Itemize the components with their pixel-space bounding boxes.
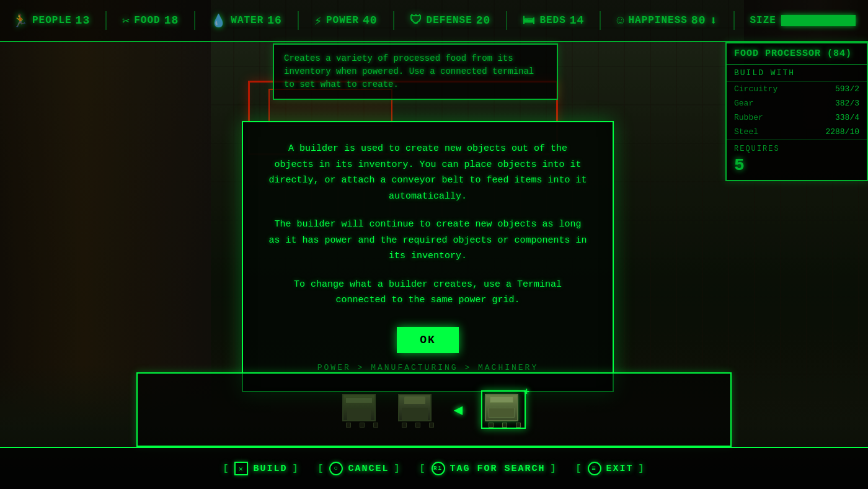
action-bar: ✕ BUILD ○ CANCEL R1 TAG FOR SEARCH ≡ EXI… [0, 447, 868, 489]
modal-breadcrumb: POWER > MANUFACTURING > MACHINERY [268, 363, 588, 372]
cancel-button[interactable]: ○ CANCEL [317, 462, 401, 475]
carousel-arrow: ◀ [454, 401, 463, 419]
modal-paragraph-2: The builder will continue to create new … [268, 217, 588, 264]
cancel-label: CANCEL [348, 464, 389, 474]
modal-paragraph-1: A builder is used to create new objects … [268, 141, 588, 204]
carousel-item-3-active[interactable]: + [481, 390, 526, 429]
exit-label: EXIT [606, 464, 634, 474]
build-label: BUILD [253, 464, 287, 474]
machine-icon-2 [398, 394, 435, 425]
carousel-item-1[interactable] [342, 394, 379, 425]
build-button[interactable]: ✕ BUILD [223, 462, 299, 475]
build-icon: ✕ [234, 462, 248, 475]
machine-icon-1 [342, 394, 379, 425]
carousel-item-2[interactable] [398, 394, 435, 425]
ok-button[interactable]: OK [397, 327, 459, 353]
info-modal: A builder is used to create new objects … [242, 121, 614, 392]
cancel-icon: ○ [329, 462, 343, 475]
cancel-icon-symbol: ○ [334, 465, 339, 472]
tag-for-search-button[interactable]: R1 TAG FOR SEARCH [419, 462, 557, 475]
exit-icon: ≡ [588, 462, 601, 475]
active-plus-icon: + [524, 387, 530, 398]
item-carousel: ◀ + [136, 372, 732, 447]
modal-content: A builder is used to create new objects … [268, 141, 588, 308]
build-icon-symbol: ✕ [239, 465, 244, 473]
machine-icon-3-active [485, 394, 522, 425]
tag-icon-symbol: R1 [433, 465, 443, 472]
tag-label: TAG FOR SEARCH [450, 464, 546, 474]
exit-button[interactable]: ≡ EXIT [576, 462, 645, 475]
exit-icon-symbol: ≡ [591, 465, 597, 472]
tag-icon: R1 [432, 462, 445, 475]
modal-paragraph-3: To change what a builder creates, use a … [268, 277, 588, 308]
